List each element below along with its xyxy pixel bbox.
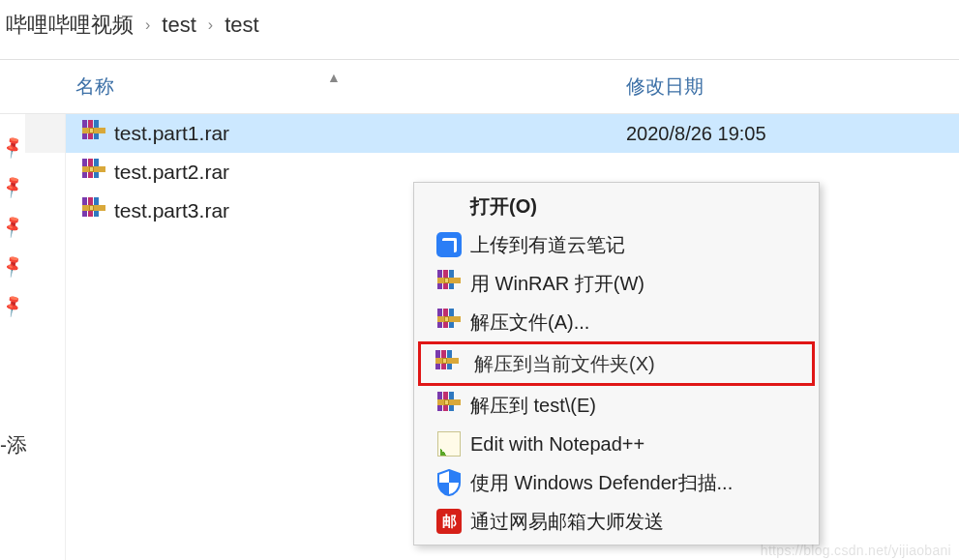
pin-icon: 📌 [0,213,26,239]
winrar-icon [432,270,466,297]
watermark-text: https://blog.csdn.net/yijiaobani [761,543,951,558]
menu-extract-here-highlighted[interactable]: 解压到当前文件夹(X) [418,341,815,386]
rar-archive-icon [77,159,110,186]
breadcrumb-seg-1[interactable]: test [162,13,195,38]
menu-extract-to-folder[interactable]: 解压到 test\(E) [414,386,819,425]
sidebar-tree-label-fragment: -添 [0,431,27,458]
column-header-name[interactable]: 名称 [0,74,620,100]
menu-open-winrar[interactable]: 用 WinRAR 打开(W) [414,264,819,303]
winrar-icon [435,350,470,377]
youdao-note-icon [432,232,466,257]
menu-send-netease-mail[interactable]: 邮 通过网易邮箱大师发送 [414,502,819,541]
file-row[interactable]: test.part1.rar 2020/8/26 19:05 [66,114,959,153]
menu-defender-scan[interactable]: 使用 Windows Defender扫描... [414,463,819,502]
file-name[interactable]: test.part1.rar [110,122,620,145]
pin-icon: 📌 [0,252,26,279]
breadcrumb-sep-icon: › [208,16,213,34]
file-name[interactable]: test.part2.rar [110,161,620,184]
pin-icon: 📌 [0,173,26,199]
column-header-modified[interactable]: 修改日期 [620,74,959,100]
sort-ascending-icon: ▲ [327,70,341,85]
pin-icon: 📌 [0,133,26,160]
breadcrumb-sep-icon: › [145,16,150,34]
menu-extract-files[interactable]: 解压文件(A)... [414,303,819,341]
windows-defender-shield-icon [432,469,466,496]
notepadpp-icon [432,431,466,457]
pin-icon: 📌 [0,292,26,318]
winrar-icon [432,309,466,336]
rar-archive-icon [77,197,110,224]
column-header-row: ▲ 名称 修改日期 [0,60,959,114]
menu-open[interactable]: 打开(O) [414,187,819,225]
menu-upload-youdao[interactable]: 上传到有道云笔记 [414,225,819,264]
netease-mail-icon: 邮 [432,509,466,534]
breadcrumb[interactable]: 哔哩哔哩视频 › test › test [0,0,959,60]
quick-access-pinbar: 📌 📌 📌 📌 📌 [0,114,25,560]
breadcrumb-seg-0[interactable]: 哔哩哔哩视频 [6,11,134,40]
rar-archive-icon [77,120,110,147]
context-menu: 打开(O) 上传到有道云笔记 用 WinRAR 打开(W) 解压文件(A)...… [413,182,820,545]
file-modified-date: 2020/8/26 19:05 [620,123,959,145]
sidebar-tree-stub [25,114,66,560]
winrar-icon [432,392,466,419]
breadcrumb-seg-2[interactable]: test [225,13,258,38]
menu-edit-notepadpp[interactable]: Edit with Notepad++ [414,425,819,463]
